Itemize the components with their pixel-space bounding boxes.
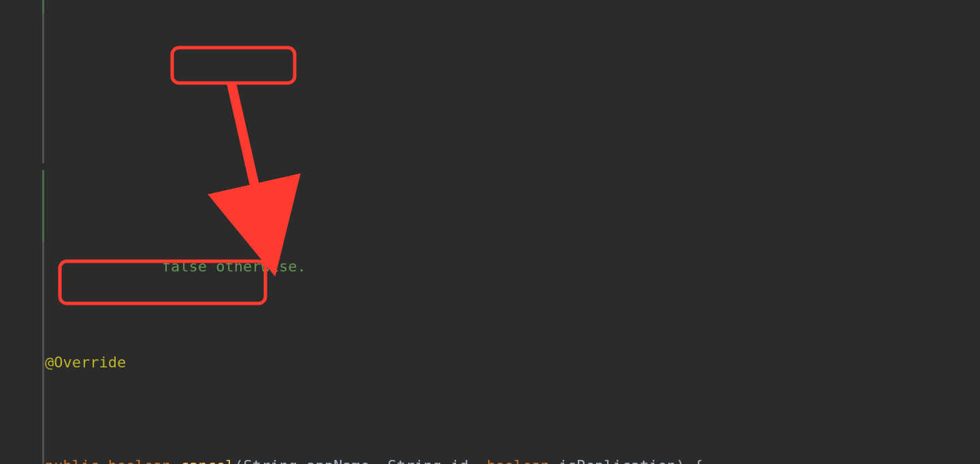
code-editor[interactable]: false otherwise. @Override public boolea… (0, 0, 980, 464)
annotation-line: @Override (0, 350, 980, 376)
method-signature-cancel: public boolean cancel(String appName, St… (0, 453, 980, 464)
method-name-cancel: cancel (180, 457, 234, 464)
override-annotation: @Override (45, 354, 126, 371)
gutter-doc-bar (42, 0, 44, 14)
javadoc-line: false otherwise. (0, 259, 980, 272)
gutter-method-bar (42, 14, 44, 163)
gutter-doc-bar-2 (42, 170, 44, 242)
